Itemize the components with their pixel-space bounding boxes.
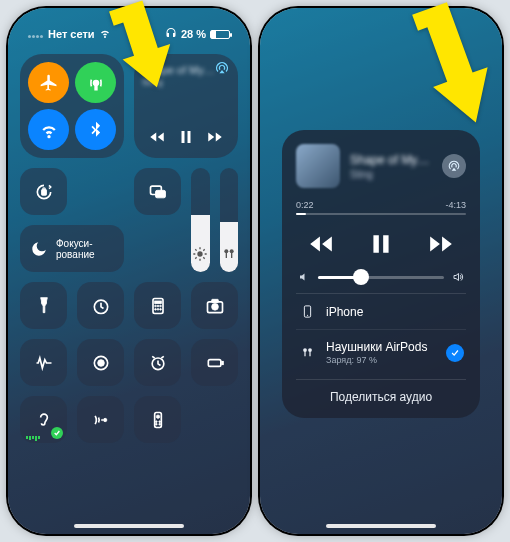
svg-rect-20 <box>211 299 218 302</box>
selected-check-icon <box>446 344 464 362</box>
svg-point-32 <box>158 423 160 425</box>
svg-point-26 <box>103 418 106 421</box>
hearing-check-icon <box>51 427 63 439</box>
svg-point-22 <box>97 359 104 366</box>
audio-output-card: Shape of My… Sting 0:22 -4:13 <box>282 130 480 418</box>
time-remaining: -4:13 <box>445 200 466 210</box>
signal-dots <box>28 28 44 40</box>
svg-point-28 <box>156 415 159 418</box>
focus-button[interactable]: Фокуси- рование <box>20 225 124 272</box>
svg-rect-6 <box>225 253 226 258</box>
airplay-badge[interactable] <box>442 154 466 178</box>
svg-rect-24 <box>208 359 221 366</box>
screen-record-button[interactable] <box>77 339 124 386</box>
callout-arrow-right <box>408 0 498 142</box>
forward-button[interactable] <box>206 128 224 150</box>
battery-pct-label: 28 % <box>181 28 206 40</box>
album-art <box>296 144 340 188</box>
callout-arrow-left <box>102 0 172 102</box>
airplane-toggle[interactable] <box>28 62 69 103</box>
svg-point-14 <box>154 308 156 310</box>
low-power-button[interactable] <box>191 339 238 386</box>
time-elapsed: 0:22 <box>296 200 314 210</box>
svg-point-15 <box>157 308 159 310</box>
svg-rect-8 <box>231 253 232 258</box>
svg-point-11 <box>154 305 156 307</box>
volume-slider[interactable] <box>220 168 239 272</box>
svg-rect-25 <box>221 361 223 364</box>
screen-mirroring-button[interactable] <box>134 168 181 215</box>
device-name: Наушники AirPods <box>326 340 436 354</box>
hearing-button[interactable] <box>20 396 67 443</box>
svg-rect-38 <box>309 351 310 356</box>
np-title: Shape of My… <box>350 153 432 167</box>
airpods-icon <box>298 345 316 360</box>
carrier-label: Нет сети <box>48 28 95 40</box>
svg-point-30 <box>158 420 160 422</box>
pause-button[interactable] <box>177 128 195 150</box>
camera-button[interactable] <box>191 282 238 329</box>
scrubber[interactable] <box>296 213 466 215</box>
svg-rect-36 <box>304 351 305 356</box>
pause-button[interactable] <box>368 231 394 261</box>
device-iphone[interactable]: iPhone <box>296 294 466 330</box>
svg-rect-1 <box>42 187 45 190</box>
calculator-button[interactable] <box>134 282 181 329</box>
nfc-button[interactable] <box>77 396 124 443</box>
svg-point-13 <box>159 305 161 307</box>
svg-rect-3 <box>155 190 165 198</box>
orientation-lock-button[interactable] <box>20 168 67 215</box>
brightness-icon <box>191 246 210 262</box>
svg-point-31 <box>155 423 157 425</box>
forward-button[interactable] <box>428 231 454 261</box>
share-audio-button[interactable]: Поделиться аудио <box>296 379 466 406</box>
flashlight-button[interactable] <box>20 282 67 329</box>
home-indicator[interactable] <box>74 524 184 528</box>
alarm-button[interactable] <box>134 339 181 386</box>
svg-point-29 <box>155 420 157 422</box>
svg-point-19 <box>211 303 218 310</box>
battery-icon <box>210 30 230 39</box>
svg-point-34 <box>306 315 307 316</box>
apple-tv-remote-button[interactable] <box>134 396 181 443</box>
svg-point-16 <box>159 308 161 310</box>
bluetooth-toggle[interactable] <box>75 109 116 150</box>
timer-button[interactable] <box>77 282 124 329</box>
device-sublabel: Заряд: 97 % <box>326 355 436 365</box>
focus-label: Фокуси- рование <box>56 238 95 260</box>
device-airpods[interactable]: Наушники AirPods Заряд: 97 % <box>296 330 466 375</box>
device-name: iPhone <box>326 305 464 319</box>
brightness-slider[interactable] <box>191 168 210 272</box>
rewind-button[interactable] <box>308 231 334 261</box>
voice-memos-button[interactable] <box>20 339 67 386</box>
home-indicator[interactable] <box>326 524 436 528</box>
svg-point-12 <box>157 305 159 307</box>
volume-bar[interactable] <box>298 271 464 283</box>
device-list: iPhone Наушники AirPods Заряд: 97 % <box>296 293 466 375</box>
rewind-button[interactable] <box>148 128 166 150</box>
wifi-toggle[interactable] <box>28 109 69 150</box>
svg-rect-17 <box>154 301 161 304</box>
airpods-volume-icon <box>220 246 239 262</box>
svg-point-4 <box>198 251 203 256</box>
phone-icon <box>298 304 316 319</box>
np-artist: Sting <box>350 169 432 180</box>
